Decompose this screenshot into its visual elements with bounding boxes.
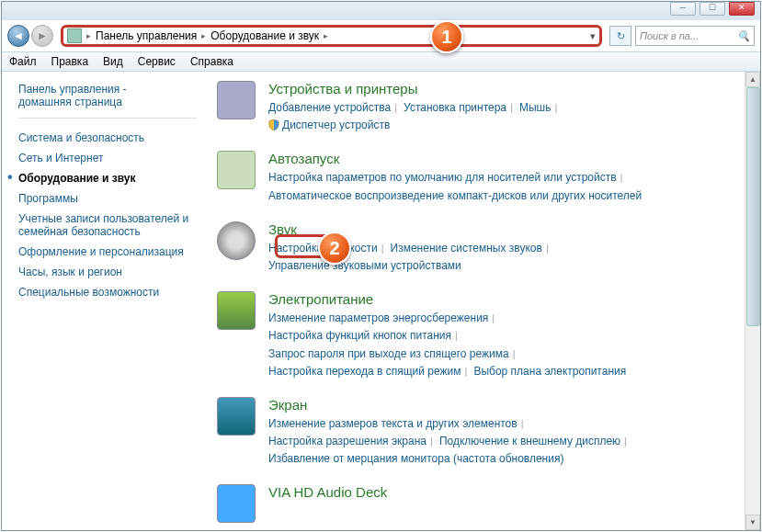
category-via: VIA HD Audio Deck (217, 484, 747, 523)
maximize-button[interactable]: ☐ (699, 2, 725, 16)
sidebar-item-appearance[interactable]: Оформление и персонализация (18, 245, 197, 258)
link-resolution[interactable]: Настройка разрешения экрана (268, 435, 426, 447)
breadcrumb-root[interactable]: Панель управления (96, 29, 197, 42)
nav-buttons: ◄ ► (7, 25, 53, 47)
via-title[interactable]: VIA HD Audio Deck (268, 484, 747, 500)
menu-service[interactable]: Сервис (138, 55, 176, 68)
menu-view[interactable]: Вид (103, 55, 123, 68)
via-icon (217, 484, 256, 523)
devices-icon (217, 81, 256, 119)
menu-edit[interactable]: Правка (51, 55, 89, 68)
category-power: Электропитание Изменение параметров энер… (217, 291, 747, 380)
link-audio-devices[interactable]: Управление звуковыми устройствами (268, 259, 461, 272)
power-icon (217, 291, 256, 330)
power-title[interactable]: Электропитание (268, 291, 747, 307)
refresh-button[interactable]: ↻ (609, 26, 631, 46)
addressbar-dropdown-icon[interactable]: ▾ (590, 30, 596, 42)
sidebar-home[interactable]: Панель управления - домашняя страница (18, 83, 197, 108)
breadcrumb-separator: ▸ (321, 31, 331, 40)
sidebar-item-system[interactable]: Система и безопасность (18, 131, 197, 144)
speaker-icon (217, 221, 256, 260)
link-sleep-mode[interactable]: Настройка перехода в спящий режим (268, 365, 461, 378)
link-password-wake[interactable]: Запрос пароля при выходе из спящего режи… (268, 347, 509, 360)
sidebar-item-programs[interactable]: Программы (18, 192, 197, 205)
main-panel: Устройства и принтеры Добавление устройс… (204, 72, 760, 530)
devices-title[interactable]: Устройства и принтеры (268, 81, 747, 96)
titlebar: ─ ☐ ✕ (2, 2, 760, 20)
autoplay-title[interactable]: Автозапуск (268, 151, 747, 166)
sidebar-item-clock[interactable]: Часы, язык и регион (18, 266, 197, 278)
breadcrumb-current[interactable]: Оборудование и звук (210, 29, 319, 42)
content: Панель управления - домашняя страница Си… (2, 72, 760, 530)
link-external-display[interactable]: Подключение к внешнему дисплею (439, 435, 620, 447)
link-text-size[interactable]: Изменение размеров текста и других элеме… (268, 417, 517, 430)
shield-icon (268, 119, 279, 130)
category-display: Экран Изменение размеров текста и других… (217, 397, 747, 469)
sidebar: Панель управления - домашняя страница Си… (2, 72, 204, 530)
navbar: ◄ ► ▸ Панель управления ▸ Оборудование и… (2, 20, 760, 51)
menu-help[interactable]: Справка (190, 55, 233, 68)
breadcrumb-separator: ▸ (84, 31, 94, 40)
menubar: Файл Правка Вид Сервис Справка (2, 51, 760, 72)
breadcrumb-separator: ▸ (199, 31, 209, 40)
search-placeholder: Поиск в па... (640, 30, 699, 41)
scroll-thumb[interactable] (746, 87, 760, 326)
link-system-sounds[interactable]: Изменение системных звуков (391, 242, 542, 255)
minimize-button[interactable]: ─ (670, 2, 696, 16)
scroll-down-icon[interactable]: ▼ (745, 515, 760, 530)
sidebar-item-hardware[interactable]: Оборудование и звук (18, 172, 197, 185)
link-add-device[interactable]: Добавление устройства (268, 101, 391, 114)
back-button[interactable]: ◄ (7, 25, 29, 47)
close-button[interactable]: ✕ (729, 2, 755, 16)
display-icon (217, 397, 256, 436)
annotation-callout-2: 2 (318, 232, 351, 265)
sidebar-item-accounts[interactable]: Учетные записи пользователей и семейная … (18, 212, 197, 238)
category-devices: Устройства и принтеры Добавление устройс… (217, 81, 747, 134)
link-add-printer[interactable]: Установка принтера (404, 101, 506, 114)
link-mouse[interactable]: Мышь (519, 101, 552, 114)
scrollbar[interactable]: ▲ ▼ (745, 72, 760, 530)
annotation-callout-1: 1 (430, 20, 463, 53)
address-bar[interactable]: ▸ Панель управления ▸ Оборудование и зву… (61, 25, 602, 47)
control-panel-icon (67, 28, 82, 43)
autoplay-icon (217, 151, 256, 189)
forward-button[interactable]: ► (31, 25, 53, 47)
link-power-plan[interactable]: Выбор плана электропитания (473, 365, 626, 378)
display-title[interactable]: Экран (268, 397, 747, 413)
link-power-buttons[interactable]: Настройка функций кнопок питания (268, 329, 451, 342)
link-autoplay-cd[interactable]: Автоматическое воспроизведение компакт-д… (268, 189, 642, 202)
link-device-manager[interactable]: Диспетчер устройств (282, 119, 390, 131)
link-power-saving[interactable]: Изменение параметров энергосбережения (268, 311, 488, 324)
category-autoplay: Автозапуск Настройка параметров по умолч… (217, 151, 747, 204)
search-icon: 🔍 (737, 30, 750, 42)
sidebar-group: Система и безопасность Сеть и Интернет О… (18, 118, 197, 299)
window: ─ ☐ ✕ ◄ ► ▸ Панель управления ▸ Оборудов… (1, 1, 761, 531)
sidebar-item-accessibility[interactable]: Специальные возможности (18, 286, 197, 299)
menu-file[interactable]: Файл (9, 55, 37, 68)
scroll-up-icon[interactable]: ▲ (745, 72, 760, 87)
link-autoplay-defaults[interactable]: Настройка параметров по умолчанию для но… (268, 171, 617, 184)
link-refresh-rate[interactable]: Избавление от мерцания монитора (частота… (268, 452, 563, 465)
category-sound: Звук Настройка громкости| Изменение сист… (217, 221, 747, 275)
search-input[interactable]: Поиск в па... 🔍 (635, 26, 755, 46)
sidebar-item-network[interactable]: Сеть и Интернет (18, 152, 197, 164)
